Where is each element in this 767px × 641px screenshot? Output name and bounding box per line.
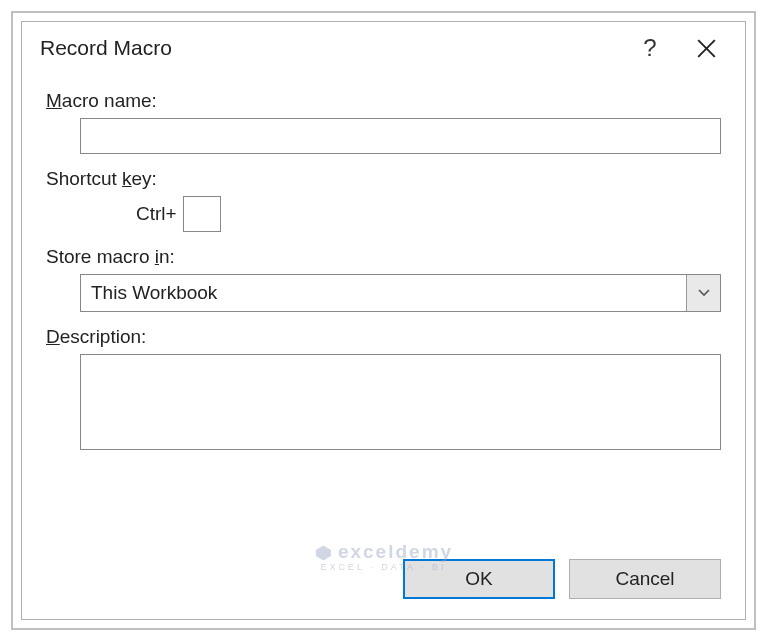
shortcut-row: Ctrl+ — [136, 196, 721, 232]
close-button[interactable] — [681, 26, 731, 70]
shortcut-key-input[interactable] — [183, 196, 221, 232]
outer-frame: Record Macro ? Macro name: Shortcut key:… — [11, 11, 756, 630]
description-input[interactable] — [80, 354, 721, 450]
dialog-content: Macro name: Shortcut key: Ctrl+ Store ma… — [22, 74, 745, 549]
store-in-value: This Workbook — [81, 275, 686, 311]
shortcut-prefix: Ctrl+ — [136, 203, 177, 225]
macro-name-label: Macro name: — [46, 90, 721, 112]
button-row: OK Cancel — [22, 549, 745, 619]
store-in-label: Store macro in: — [46, 246, 721, 268]
dialog-title: Record Macro — [40, 36, 625, 60]
close-icon — [697, 39, 716, 58]
description-label: Description: — [46, 326, 721, 348]
dropdown-button[interactable] — [686, 275, 720, 311]
cancel-button[interactable]: Cancel — [569, 559, 721, 599]
shortcut-key-label: Shortcut key: — [46, 168, 721, 190]
macro-name-input[interactable] — [80, 118, 721, 154]
title-bar: Record Macro ? — [22, 22, 745, 74]
help-button[interactable]: ? — [625, 26, 675, 70]
ok-button[interactable]: OK — [403, 559, 555, 599]
chevron-down-icon — [697, 288, 711, 298]
store-in-select[interactable]: This Workbook — [80, 274, 721, 312]
record-macro-dialog: Record Macro ? Macro name: Shortcut key:… — [21, 21, 746, 620]
